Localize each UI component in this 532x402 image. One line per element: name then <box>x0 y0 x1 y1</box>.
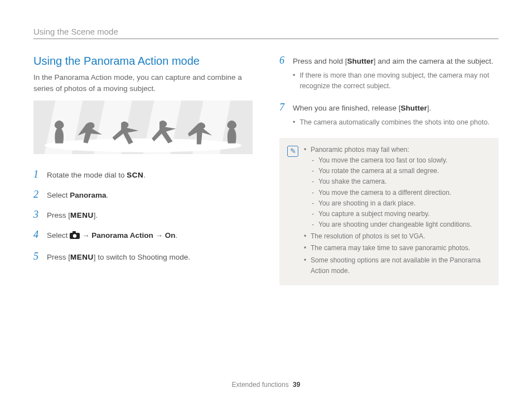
svg-point-5 <box>45 138 242 152</box>
arrow-text: → <box>153 231 165 240</box>
note-reasons-list: You move the camera too fast or too slow… <box>311 155 491 230</box>
note-reason-item: You capture a subject moving nearby. <box>311 209 491 219</box>
text: ] to switch to Shooting mode. <box>94 253 190 261</box>
menu-icon: MENU <box>70 253 94 261</box>
text: Panoramic photos may fail when: <box>311 146 409 154</box>
note-reason-item: You are shooting under changeable light … <box>311 219 491 230</box>
step-sub-bullet: • If there is more than one moving subje… <box>293 70 499 92</box>
text: Press [ <box>47 211 70 219</box>
step-number: 2 <box>33 189 41 201</box>
left-column: Using the Panorama Action mode In the Pa… <box>33 55 253 285</box>
note-lead-item: Panoramic photos may fail when: You move… <box>304 145 491 231</box>
text: . <box>176 231 178 240</box>
text: Rotate the mode dial to <box>47 171 127 179</box>
text: ]. <box>427 104 432 112</box>
note-content: Panoramic photos may fail when: You move… <box>304 145 491 277</box>
text: . <box>143 171 146 179</box>
step-6: 6 Press and hold [Shutter] and aim the c… <box>279 55 499 92</box>
step-1: 1 Rotate the mode dial to SCN. <box>33 169 253 181</box>
step-7: 7 When you are finished, release [Shutte… <box>279 102 499 128</box>
step-number: 6 <box>279 55 287 67</box>
step-text: When you are finished, release [Shutter]… <box>293 102 490 128</box>
step-4: 4 Select → Panorama Action → On. <box>33 229 253 242</box>
section-title: Using the Panorama Action mode <box>33 55 253 68</box>
svg-point-8 <box>73 234 76 238</box>
note-reason-item: You move the camera too fast or too slow… <box>311 155 491 166</box>
step-5: 5 Press [MENU] to switch to Shooting mod… <box>33 251 253 263</box>
right-column: 6 Press and hold [Shutter] and aim the c… <box>279 55 499 285</box>
footer-page-number: 39 <box>293 381 300 389</box>
note-reason-item: You move the camera to a different direc… <box>311 188 491 198</box>
intro-text: In the Panorama Action mode, you can cap… <box>33 72 253 95</box>
step-text: Press [MENU] to switch to Shooting mode. <box>47 251 190 263</box>
step-number: 3 <box>33 209 41 221</box>
note-reason-item: You shake the camera. <box>311 176 491 187</box>
bold-text: Panorama <box>70 191 106 199</box>
text: ] and aim the camera at the subject. <box>374 57 494 65</box>
note-box: ✎ Panoramic photos may fail when: You mo… <box>279 138 499 285</box>
note-extra-item: The resolution of photos is set to VGA. <box>304 231 491 242</box>
menu-icon: MENU <box>70 211 94 219</box>
text: ]. <box>94 211 98 219</box>
panorama-illustration <box>33 100 253 154</box>
step-number: 1 <box>33 169 41 181</box>
bold-text: On <box>165 231 176 240</box>
svg-rect-7 <box>72 231 76 233</box>
bold-text: Panorama Action <box>91 231 153 240</box>
scn-icon: SCN <box>127 171 143 179</box>
bullet-icon: • <box>293 117 295 128</box>
step-text: Press [MENU]. <box>47 209 98 221</box>
bullet-icon: • <box>293 70 295 92</box>
note-reason-item: You rotate the camera at a small degree. <box>311 166 491 176</box>
text: Select <box>47 231 70 240</box>
bold-text: Shutter <box>401 104 427 112</box>
note-extras-list: The resolution of photos is set to VGA.T… <box>304 231 491 276</box>
note-extra-item: The camera may take time to save panoram… <box>304 243 491 253</box>
note-icon: ✎ <box>287 146 298 157</box>
text: The camera automatically combines the sh… <box>299 117 489 128</box>
bold-text: Shutter <box>347 57 374 65</box>
step-3: 3 Press [MENU]. <box>33 209 253 221</box>
arrow-text: → <box>80 231 91 240</box>
camera-icon <box>70 231 80 242</box>
note-reason-item: You are shooting in a dark place. <box>311 198 491 209</box>
step-text: Select → Panorama Action → On. <box>47 229 177 242</box>
step-number: 5 <box>33 251 41 263</box>
step-2: 2 Select Panorama. <box>33 189 253 201</box>
step-sub-bullet: • The camera automatically combines the … <box>293 117 490 128</box>
text: . <box>107 191 109 199</box>
breadcrumb: Using the Scene mode <box>33 27 499 39</box>
text: Press and hold [ <box>293 57 347 65</box>
note-extra-item: Some shooting options are not available … <box>304 255 491 276</box>
step-text: Rotate the mode dial to SCN. <box>47 169 146 181</box>
text: Press [ <box>47 253 70 261</box>
step-number: 7 <box>279 102 287 114</box>
text: If there is more than one moving subject… <box>299 70 499 92</box>
text: Select <box>47 191 70 199</box>
page-footer: Extended functions 39 <box>0 381 532 389</box>
step-text: Select Panorama. <box>47 189 108 201</box>
step-number: 4 <box>33 229 41 241</box>
footer-section: Extended functions <box>232 381 289 389</box>
step-text: Press and hold [Shutter] and aim the cam… <box>293 55 499 92</box>
text: When you are finished, release [ <box>293 104 401 112</box>
